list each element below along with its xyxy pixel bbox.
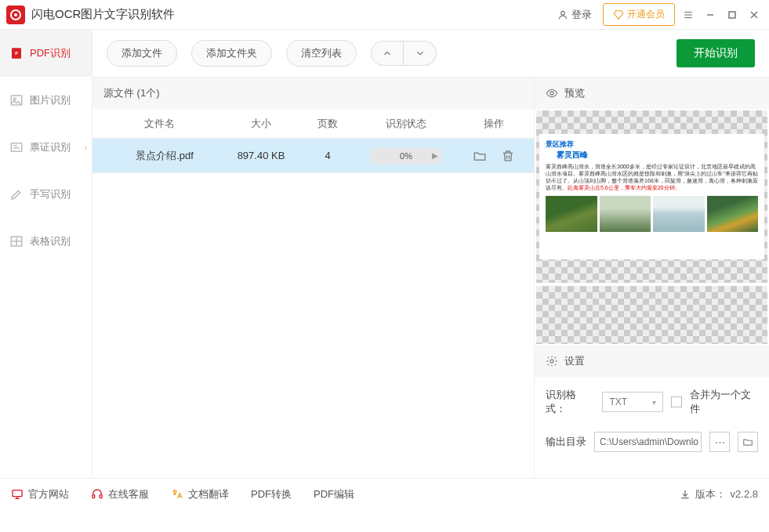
sidebar: P PDF识别 图片识别 票证识别 › 手写识别 表格识别 (0, 30, 92, 478)
svg-text:P: P (15, 51, 18, 56)
download-icon (680, 489, 691, 500)
play-icon: ▶ (432, 151, 438, 160)
gear-icon (546, 355, 558, 367)
ticket-icon (9, 140, 24, 154)
sidebar-item-image-ocr[interactable]: 图片识别 (0, 77, 92, 124)
preview-header: 预览 (535, 78, 769, 109)
settings-panel: 识别格式： TXT ▾ 合并为一个文件 输出目录 C:\Users\admin\… (535, 377, 769, 478)
format-select[interactable]: TXT ▾ (602, 392, 663, 412)
svg-point-20 (550, 92, 553, 95)
move-up-button[interactable] (371, 41, 404, 66)
open-output-button[interactable] (738, 432, 758, 452)
table-row[interactable]: 景点介绍.pdf 897.40 KB 4 0% ▶ (92, 139, 534, 173)
file-size: 897.40 KB (226, 139, 296, 172)
svg-point-2 (561, 11, 565, 15)
pdf-edit-link[interactable]: PDF编辑 (314, 487, 354, 501)
svg-point-1 (14, 13, 17, 16)
file-ops (453, 139, 534, 172)
sidebar-item-pdf-ocr[interactable]: P PDF识别 (0, 30, 92, 77)
file-status: 0% ▶ (359, 139, 453, 172)
output-label: 输出目录 (546, 435, 586, 449)
svg-rect-7 (729, 12, 735, 18)
maximize-button[interactable] (724, 6, 741, 24)
official-site-link[interactable]: 官方网站 (11, 487, 69, 501)
sidebar-item-table-ocr[interactable]: 表格识别 (0, 218, 92, 265)
headset-icon (91, 488, 103, 501)
thumb-1 (546, 196, 597, 232)
app-title: 闪电OCR图片文字识别软件 (31, 7, 551, 22)
support-link[interactable]: 在线客服 (91, 487, 149, 501)
toolbar: 添加文件 添加文件夹 清空列表 开始识别 (92, 30, 769, 77)
add-file-button[interactable]: 添加文件 (107, 40, 177, 67)
translate-link[interactable]: 文档翻译 (171, 487, 229, 501)
app-icon (6, 5, 25, 24)
pdf-icon: P (9, 46, 24, 60)
svg-rect-26 (100, 494, 102, 498)
monitor-icon (11, 488, 24, 501)
clear-list-button[interactable]: 清空列表 (286, 40, 357, 67)
thumb-4 (707, 196, 759, 232)
svg-rect-25 (92, 494, 95, 498)
preview-output-placeholder (536, 286, 767, 344)
preview-document: 景区推荐 雾灵西峰 雾灵西峰高山滑水，滑道全长3000多米，是经过专家论证设计，… (539, 134, 764, 259)
source-files-header: 源文件 (1个) (92, 78, 534, 109)
close-button[interactable] (745, 6, 763, 24)
move-down-button[interactable] (404, 41, 437, 66)
pdf-convert-link[interactable]: PDF转换 (251, 487, 292, 501)
thumb-3 (653, 196, 705, 232)
menu-button[interactable] (680, 6, 697, 24)
merge-checkbox[interactable] (671, 396, 682, 407)
col-ops: 操作 (453, 117, 534, 131)
preview-thumbnails (546, 196, 758, 232)
start-ocr-button[interactable]: 开始识别 (677, 39, 755, 67)
col-name: 文件名 (92, 117, 226, 131)
footer: 官方网站 在线客服 文档翻译 PDF转换 PDF编辑 版本： v2.2.8 (0, 478, 769, 509)
settings-header: 设置 (535, 346, 769, 377)
handwriting-icon (9, 187, 24, 201)
file-pane: 源文件 (1个) 文件名 大小 页数 识别状态 操作 景点介绍.pdf 897.… (92, 77, 534, 478)
vip-button[interactable]: 开通会员 (603, 3, 675, 26)
image-icon (9, 93, 24, 107)
thumb-2 (600, 196, 651, 232)
col-pages: 页数 (296, 117, 359, 131)
file-pages: 4 (296, 139, 359, 172)
right-pane: 预览 景区推荐 雾灵西峰 雾灵西峰高山滑水，滑道全长3000多米，是经过专家论证… (534, 77, 769, 478)
merge-label: 合并为一个文件 (690, 388, 758, 416)
chevron-down-icon: ▾ (652, 398, 656, 407)
format-label: 识别格式： (546, 388, 594, 416)
sidebar-item-handwriting-ocr[interactable]: 手写识别 (0, 171, 92, 218)
preview-canvas: 景区推荐 雾灵西峰 雾灵西峰高山滑水，滑道全长3000多米，是经过专家论证设计，… (536, 110, 767, 283)
add-folder-button[interactable]: 添加文件夹 (191, 40, 272, 67)
table-icon (9, 234, 24, 248)
file-name: 景点介绍.pdf (92, 139, 226, 172)
login-button[interactable]: 登录 (551, 5, 598, 25)
output-path-input[interactable]: C:\Users\admin\Downlo (594, 432, 702, 452)
chevron-right-icon: › (85, 143, 87, 152)
diamond-icon (613, 9, 624, 20)
svg-point-13 (13, 98, 16, 100)
col-status: 识别状态 (359, 117, 453, 131)
translate-icon (171, 488, 183, 501)
delete-button[interactable] (500, 148, 516, 164)
sidebar-item-ticket-ocr[interactable]: 票证识别 › (0, 124, 92, 171)
col-size: 大小 (226, 117, 296, 131)
svg-point-21 (550, 360, 553, 363)
browse-button[interactable]: ⋯ (709, 432, 730, 452)
title-bar: 闪电OCR图片文字识别软件 登录 开通会员 (0, 0, 769, 30)
eye-icon (546, 87, 558, 100)
user-icon (557, 9, 568, 20)
version-display[interactable]: 版本： v2.2.8 (680, 487, 758, 501)
table-head: 文件名 大小 页数 识别状态 操作 (92, 109, 534, 139)
minimize-button[interactable] (702, 6, 719, 24)
open-folder-button[interactable] (472, 148, 488, 164)
progress-bar[interactable]: 0% ▶ (371, 148, 441, 164)
svg-rect-22 (13, 490, 22, 496)
